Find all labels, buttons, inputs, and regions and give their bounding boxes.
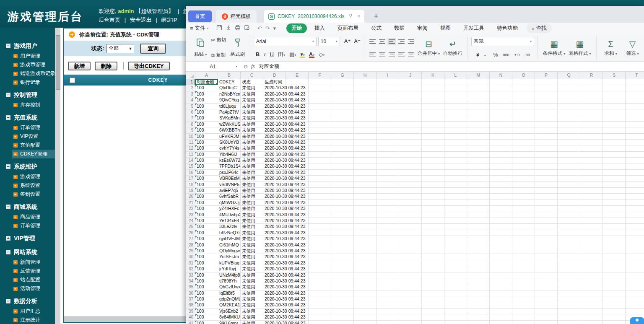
row-number[interactable]: 31 [186, 260, 195, 266]
decrease-decimal-button[interactable]: .00 [525, 53, 530, 57]
cell-time[interactable]: 2020-10-30 09:44:23 [263, 278, 309, 284]
sidebar-item[interactable]: ▸ 注册统计 [0, 316, 55, 324]
cell-time[interactable]: 2020-10-30 09:44:23 [263, 104, 309, 109]
cell-time[interactable]: 2020-10-30 09:44:23 [263, 296, 309, 302]
column-header[interactable]: E [286, 72, 309, 79]
cell-amount[interactable]: 100 [195, 260, 218, 266]
align-right-icon[interactable] [389, 52, 395, 57]
column-header[interactable]: H [354, 72, 377, 79]
cell-status[interactable]: 未使用 [241, 145, 263, 151]
cell-amount[interactable]: 100 [195, 85, 218, 91]
sidebar-item[interactable]: ▸ 游戏管理 [0, 172, 55, 181]
empty-cells[interactable] [309, 158, 644, 163]
ribbon-tab[interactable]: 页面布局 [332, 23, 364, 33]
section-toggle-icon[interactable]: − [6, 250, 10, 254]
distribute-icon[interactable] [408, 52, 414, 57]
column-header[interactable]: A [195, 72, 218, 79]
row-number[interactable]: 4 [186, 97, 195, 103]
align-top-icon[interactable] [369, 39, 376, 44]
pin-tab-icon[interactable] [348, 13, 353, 19]
cell-status[interactable]: 未使用 [241, 170, 263, 175]
status-select[interactable]: 全部 ▼ [106, 44, 134, 53]
row-number[interactable]: 19 [186, 188, 195, 193]
cell-amount[interactable]: 100 [195, 266, 218, 272]
cell-status[interactable]: 未使用 [241, 254, 263, 259]
sidebar-item[interactable]: ▸ CDKEY管理 [12, 150, 55, 158]
cell-cdkey[interactable]: 9QivCYqq [218, 97, 241, 103]
empty-cells[interactable] [309, 236, 644, 241]
cell-status[interactable]: 未使用 [241, 272, 263, 278]
cell-cdkey[interactable]: yZ4rHXFc [218, 206, 241, 211]
cell-cdkey[interactable]: 6vhfSabR [218, 194, 241, 199]
table-style-button[interactable]: ▦ 表格样式 ▾ [567, 39, 592, 57]
increase-decimal-button[interactable]: +.0 [514, 53, 520, 57]
cell-amount[interactable]: 100 [195, 321, 218, 324]
ribbon-tab[interactable]: 数据 [389, 23, 410, 33]
cell-amount[interactable]: 100 [195, 200, 218, 205]
cell-status[interactable]: 未使用 [241, 97, 263, 103]
find-button[interactable]: ⌕ 查找 [527, 23, 552, 33]
ribbon-tab[interactable]: 开始 [286, 23, 307, 33]
formula-input[interactable]: 对应金额 [259, 63, 279, 70]
copy-button[interactable]: ⧉ 复制 [211, 52, 226, 59]
empty-cells[interactable] [309, 248, 644, 254]
cell-cdkey[interactable]: bRzNeQ7c [218, 230, 241, 236]
cell-amount[interactable]: 100 [195, 230, 218, 236]
section-toggle-icon[interactable]: − [6, 93, 10, 97]
ribbon-tab[interactable]: 审阅 [412, 23, 433, 33]
cell-amount[interactable]: 100 [195, 91, 218, 97]
column-header[interactable]: J [399, 72, 422, 79]
cell-cdkey[interactable]: uFVKRJM [218, 134, 241, 139]
cell-time[interactable]: 2020-10-30 09:44:23 [263, 91, 309, 97]
cell-cdkey[interactable]: 33LeZzlv [218, 224, 241, 229]
cell-amount[interactable]: 100 [195, 122, 218, 127]
percent-button[interactable]: % [493, 52, 498, 58]
cell-amount[interactable]: 100 [195, 284, 218, 290]
row-number[interactable]: 13 [186, 152, 195, 157]
cell-cdkey[interactable]: 6WXBBTh [218, 127, 241, 133]
row-number[interactable]: 22 [186, 206, 195, 211]
row-number[interactable]: 35 [186, 284, 195, 290]
align-center-icon[interactable] [379, 52, 385, 57]
ribbon-tab[interactable]: 开发工具 [458, 23, 489, 33]
row-number[interactable]: 25 [186, 224, 195, 229]
cell-amount[interactable]: 100 [195, 248, 218, 254]
cell-status[interactable]: 未使用 [241, 158, 263, 163]
cell-status[interactable]: 未使用 [241, 218, 263, 223]
merge-center-button[interactable]: ⊟ 合并居中 ▾ [416, 39, 441, 57]
cell-cdkey[interactable]: 4MUJwhp2 [218, 212, 241, 218]
cell-time[interactable]: 2020-10-30 09:44:23 [263, 218, 309, 223]
column-header[interactable]: T [626, 72, 644, 79]
section-toggle-icon[interactable]: − [6, 44, 10, 48]
cell-cdkey[interactable]: ksEs6W72 [218, 158, 241, 163]
cell-amount[interactable]: 100 [195, 145, 218, 151]
cell-time[interactable]: 2020-10-30 09:44:23 [263, 109, 309, 115]
floating-help-button[interactable] [630, 317, 644, 324]
cell-cdkey[interactable]: qyiGVFJM [218, 236, 241, 241]
close-tab-icon[interactable]: × [357, 13, 360, 19]
cell-cdkey[interactable]: qMfWGzJj [218, 200, 241, 205]
cell-amount[interactable]: 100 [195, 272, 218, 278]
cell-cdkey[interactable]: aviEP7q5 [218, 188, 241, 193]
empty-cells[interactable] [309, 115, 644, 121]
cell-time[interactable]: 2020-10-30 09:44:23 [263, 212, 309, 218]
empty-cells[interactable] [309, 302, 644, 308]
column-header[interactable]: K [422, 72, 444, 79]
row-number[interactable]: 27 [186, 236, 195, 241]
sidebar-item[interactable]: ▸ 新闻管理 [0, 258, 55, 267]
cell-cdkey[interactable]: YutSErJm [218, 254, 241, 259]
section-toggle-icon[interactable]: − [6, 115, 10, 120]
cell-cdkey[interactable]: 7PFDb1S4 [218, 163, 241, 169]
grow-font-button[interactable]: A⁺ [344, 38, 351, 44]
cell-amount[interactable]: 100 [195, 163, 218, 169]
tab-home[interactable]: 首页 [188, 10, 212, 22]
empty-cells[interactable] [309, 321, 644, 324]
cell-cdkey[interactable]: Ye134xF8 [218, 218, 241, 223]
row-number[interactable]: 20 [186, 194, 195, 199]
sidebar-item[interactable]: ▸ 游戏币管理 [0, 60, 55, 69]
cell-status[interactable]: 未使用 [241, 85, 263, 91]
cell-time[interactable]: 2020-10-30 09:44:23 [263, 206, 309, 211]
link-home[interactable]: 后台首页 [99, 17, 120, 23]
column-header[interactable]: D [263, 72, 286, 79]
cell-amount[interactable]: 100 [195, 97, 218, 103]
